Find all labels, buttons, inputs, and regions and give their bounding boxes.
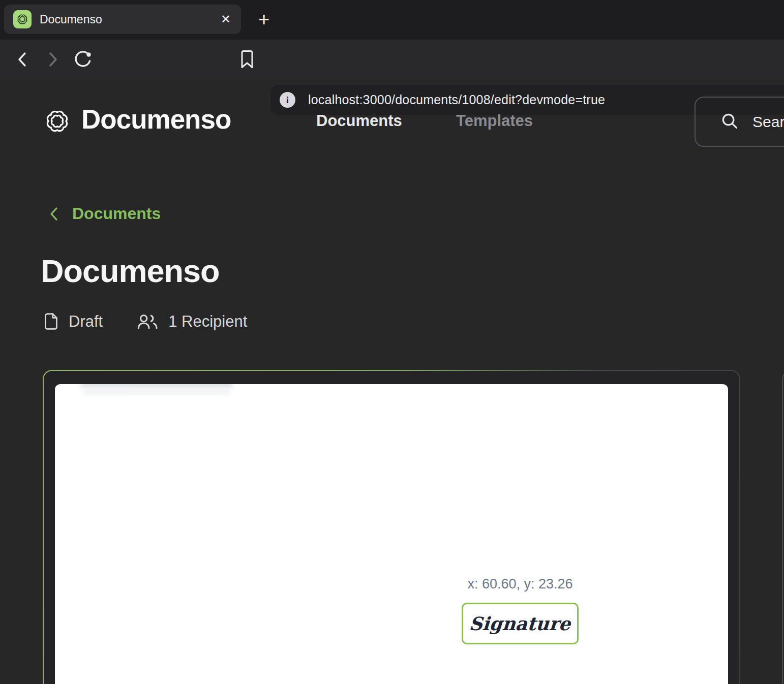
status-label: Draft — [69, 313, 103, 331]
document-card-inner: x: 60.60, y: 23.26 Signature — [44, 371, 739, 684]
new-tab-button[interactable]: + — [252, 5, 276, 34]
browser-window: Documenso ✕ + i localhost:3000/documents… — [0, 0, 784, 684]
browser-tab[interactable]: Documenso ✕ — [4, 5, 241, 34]
file-icon — [43, 312, 59, 331]
chevron-left-icon — [16, 50, 29, 69]
page-top-faint-text — [83, 390, 230, 394]
site-info-icon[interactable]: i — [280, 92, 295, 108]
chevron-right-icon — [46, 50, 59, 69]
back-button[interactable] — [11, 48, 34, 71]
reload-icon — [73, 49, 94, 70]
nav-templates[interactable]: Templates — [456, 112, 533, 130]
browser-toolbar: i localhost:3000/documents/1008/edit?dev… — [0, 40, 784, 79]
brand-title[interactable]: Documenso — [81, 104, 231, 135]
forward-button[interactable] — [42, 48, 64, 71]
field-coordinates-label: x: 60.60, y: 23.26 — [441, 576, 599, 592]
right-panel-edge — [782, 371, 784, 684]
recipient-count: 1 Recipient — [136, 312, 247, 331]
page-title: Documenso — [41, 253, 220, 289]
breadcrumb-label[interactable]: Documents — [72, 204, 161, 223]
search-icon — [720, 111, 739, 133]
scalloped-logo-icon — [16, 13, 29, 26]
reload-button[interactable] — [72, 48, 95, 71]
documenso-logo[interactable] — [43, 107, 72, 136]
signature-field-label: Signature — [469, 613, 571, 634]
chevron-left-icon — [48, 205, 60, 223]
bookmark-button[interactable] — [236, 48, 258, 71]
signature-field[interactable]: Signature — [462, 603, 579, 644]
tab-close-button[interactable]: ✕ — [221, 5, 231, 34]
document-meta: Draft 1 Recipient — [43, 312, 247, 331]
recipient-label: 1 Recipient — [168, 313, 247, 331]
browser-tab-bar: Documenso ✕ + — [0, 0, 784, 40]
documenso-favicon — [13, 10, 32, 28]
url-text[interactable]: localhost:3000/documents/1008/edit?devmo… — [308, 92, 605, 107]
document-card: x: 60.60, y: 23.26 Signature — [43, 370, 740, 684]
nav-documents[interactable]: Documents — [316, 112, 402, 130]
tab-title: Documenso — [40, 13, 102, 26]
search-input[interactable]: Search — [695, 97, 784, 147]
bookmark-icon — [239, 50, 255, 69]
breadcrumb[interactable]: Documents — [48, 204, 161, 223]
page-top-faint-text — [80, 384, 233, 387]
pdf-page[interactable]: x: 60.60, y: 23.26 Signature — [55, 384, 728, 684]
scalloped-logo-icon — [43, 107, 72, 136]
status-badge: Draft — [43, 312, 103, 331]
users-icon — [136, 312, 159, 331]
search-placeholder: Search — [752, 113, 784, 131]
